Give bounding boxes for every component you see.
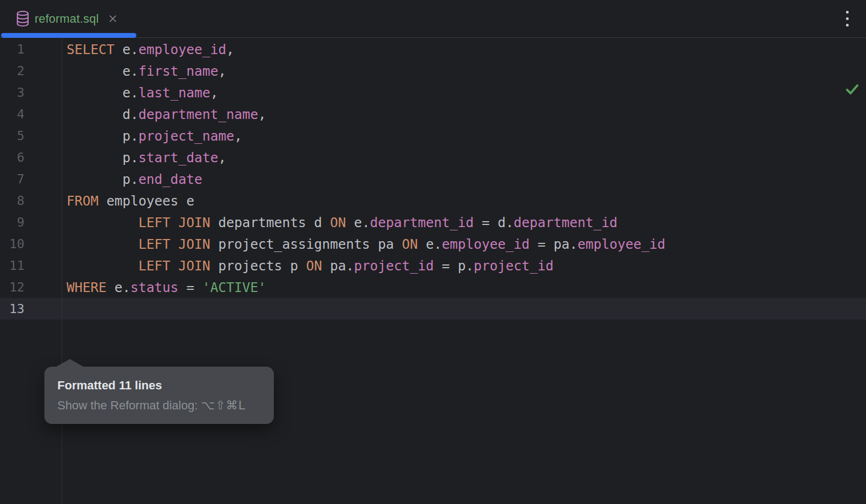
line-number: 11 [0,258,24,273]
code-token: first_name [139,63,219,79]
code-line-2[interactable]: 2 e.first_name, [0,60,866,82]
code-line-5[interactable]: 5 p.project_name, [0,125,866,147]
code-token: p. [67,128,139,144]
code-line-7[interactable]: 7 p.end_date [0,168,866,190]
code-line-9[interactable]: 9 LEFT JOIN departments d ON e.departmen… [0,211,866,233]
code-token: employee_id [578,236,665,252]
code-token: p. [67,171,139,187]
code-token: department_id [370,215,474,230]
line-number: 4 [0,107,24,121]
code-line-8[interactable]: 8FROM employees e [0,190,866,211]
checkmark-icon[interactable] [845,83,860,98]
code-line-13[interactable]: 13 [0,298,866,320]
line-number: 8 [0,194,24,208]
code-token: departments d [211,215,330,230]
code-text: e.first_name, [24,63,226,79]
code-text: e.last_name, [24,85,218,101]
code-text: LEFT JOIN departments d ON e.department_… [24,215,618,230]
code-text: WHERE e.status = 'ACTIVE' [24,280,266,295]
code-line-3[interactable]: 3 e.last_name, [0,82,866,103]
code-token: , [218,150,226,165]
code-token: , [226,42,234,57]
code-token: project_assignments pa [211,236,402,252]
code-token: start_date [139,150,219,165]
line-number: 10 [0,237,24,251]
tab-title: reformat.sql [35,12,99,26]
code-token: = pa. [530,236,578,252]
reformat-tooltip: Formatted 11 lines Show the Reformat dia… [44,367,274,424]
code-token: projects p [211,258,306,274]
kebab-menu-icon[interactable] [843,8,852,30]
code-token: WHERE [67,280,107,295]
code-token: = [179,280,202,295]
code-text: LEFT JOIN project_assignments pa ON e.em… [24,236,665,252]
code-text: p.start_date, [24,150,226,165]
code-token [67,236,139,252]
code-token: pa. [322,258,354,274]
tab-reformat-sql[interactable]: reformat.sql [0,0,128,37]
line-number: 12 [0,280,24,294]
code-token: , [258,107,266,122]
code-token: last_name [139,85,211,101]
code-token: project_name [139,128,234,144]
active-tab-indicator [1,33,136,38]
code-text: p.end_date [24,171,202,187]
code-token [67,258,139,274]
code-token: ON [306,258,323,274]
code-token: SELECT [67,42,115,57]
close-icon[interactable] [108,14,117,23]
code-token: FROM [67,193,99,209]
code-token: employee_id [139,42,226,57]
line-number: 7 [0,172,24,186]
code-token: LEFT JOIN [139,215,211,230]
tooltip-shortcut: ⌥⇧⌘L [201,399,245,412]
database-icon [16,11,29,26]
code-token: employees e [99,193,194,209]
tooltip-title: Formatted 11 lines [57,377,261,394]
code-token: employee_id [442,236,529,252]
code-text: p.project_name, [24,128,242,144]
tooltip-arrow [55,359,84,367]
line-number: 3 [0,85,24,100]
code-token: LEFT JOIN [139,258,211,274]
code-token: = d. [474,215,514,230]
gutter-separator [62,38,62,503]
code-token: e. [346,215,370,230]
code-token: , [218,63,226,79]
line-number: 5 [0,129,24,143]
code-token: e. [418,236,442,252]
code-line-10[interactable]: 10 LEFT JOIN project_assignments pa ON e… [0,233,866,255]
tooltip-subtitle-text: Show the Reformat dialog: [57,399,198,412]
code-token: project_id [474,258,554,274]
code-token: e. [115,42,139,57]
code-token: end_date [139,171,202,187]
tooltip-subtitle: Show the Reformat dialog: ⌥⇧⌘L [57,397,261,414]
code-token: e. [67,63,139,79]
code-token: , [234,128,242,144]
code-token: ON [330,215,346,230]
code-lines: 1SELECT e.employee_id,2 e.first_name,3 e… [0,38,866,320]
code-token: department_id [514,215,618,230]
code-token: , [211,85,219,101]
code-token: p. [67,150,139,165]
code-line-1[interactable]: 1SELECT e.employee_id, [0,38,866,60]
code-token: LEFT JOIN [139,236,211,252]
code-line-12[interactable]: 12WHERE e.status = 'ACTIVE' [0,276,866,298]
line-number: 13 [0,302,24,316]
code-token: e. [67,85,139,101]
code-token [67,215,139,230]
code-token: department_name [139,107,258,122]
code-text: LEFT JOIN projects p ON pa.project_id = … [24,258,554,274]
code-line-4[interactable]: 4 d.department_name, [0,103,866,125]
tab-bar: reformat.sql [0,0,866,38]
code-token: d. [67,107,139,122]
line-number: 1 [0,42,24,56]
line-number: 2 [0,64,24,78]
code-text: FROM employees e [24,193,194,209]
code-line-6[interactable]: 6 p.start_date, [0,147,866,168]
code-token: e. [107,280,130,295]
code-line-11[interactable]: 11 LEFT JOIN projects p ON pa.project_id… [0,255,866,276]
code-text: d.department_name, [24,107,266,122]
code-token: = p. [434,258,474,274]
line-number: 9 [0,215,24,229]
